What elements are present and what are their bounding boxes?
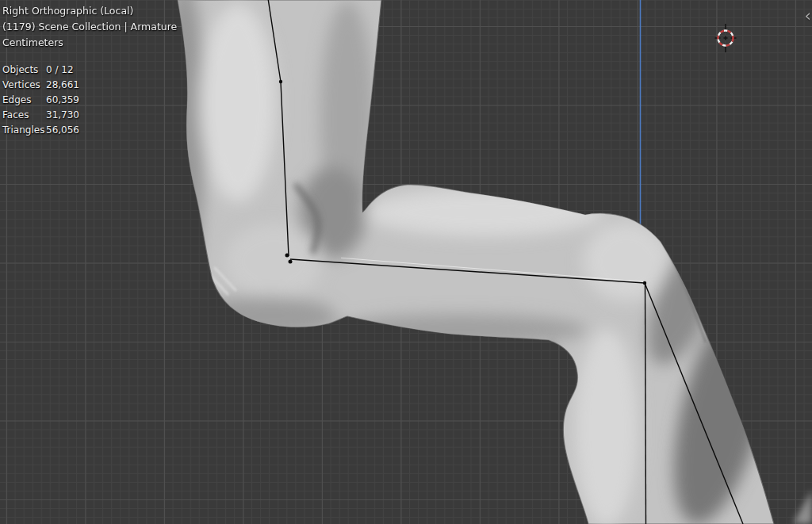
units-label: Centimeters bbox=[2, 35, 177, 51]
stat-row-edges: Edges 60,359 bbox=[2, 93, 79, 108]
scene-statistics: Objects 0 / 12 Vertices 28,661 Edges 60,… bbox=[2, 63, 79, 138]
stat-value: 60,359 bbox=[46, 93, 79, 108]
stat-label: Triangles bbox=[2, 123, 46, 138]
stat-row-triangles: Triangles 56,056 bbox=[2, 123, 79, 138]
stat-row-objects: Objects 0 / 12 bbox=[2, 63, 79, 78]
stat-label: Vertices bbox=[2, 78, 46, 93]
sidebar-collapse-chevron-icon[interactable]: ‹ bbox=[805, 8, 811, 25]
stat-label: Edges bbox=[2, 93, 46, 108]
blender-3d-viewport[interactable]: Right Orthographic (Local) (1179) Scene … bbox=[0, 0, 812, 524]
stat-label: Faces bbox=[2, 108, 46, 123]
viewport-scene bbox=[0, 0, 812, 524]
bone-wire-shin-vertical[interactable] bbox=[645, 283, 646, 524]
stat-value: 31,730 bbox=[46, 108, 79, 123]
viewport-header-overlay: Right Orthographic (Local) (1179) Scene … bbox=[2, 3, 177, 51]
stat-row-vertices: Vertices 28,661 bbox=[2, 78, 79, 93]
scene-breadcrumb: (1179) Scene Collection | Armature bbox=[2, 19, 177, 35]
view-orientation-label: Right Orthographic (Local) bbox=[2, 3, 177, 19]
stat-value: 28,661 bbox=[46, 78, 79, 93]
stat-value: 0 / 12 bbox=[46, 63, 74, 78]
stat-label: Objects bbox=[2, 63, 46, 78]
stat-value: 56,056 bbox=[46, 123, 79, 138]
stat-row-faces: Faces 31,730 bbox=[2, 108, 79, 123]
